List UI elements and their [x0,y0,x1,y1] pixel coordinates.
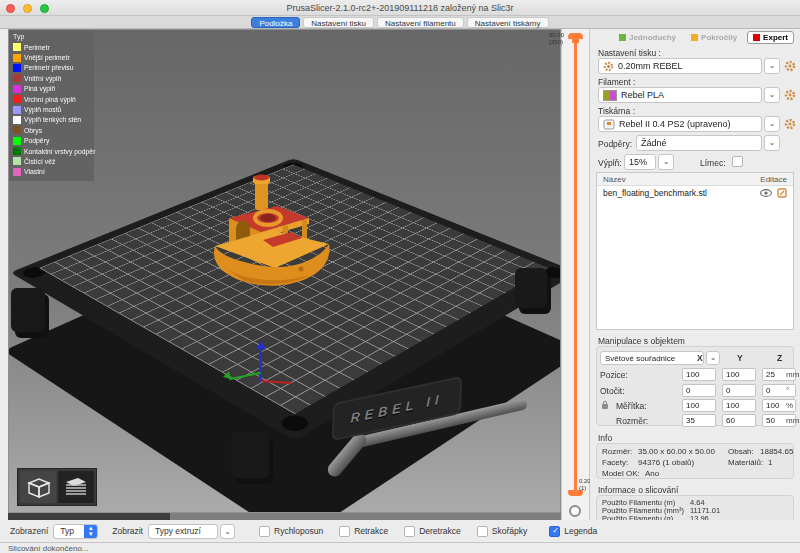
checkbox-retractions[interactable]: Retrakce [339,526,388,537]
view-label: Zobrazení [10,526,48,536]
close-window-icon[interactable] [6,4,15,13]
view-select-value: Typ [54,526,84,536]
layer-slider-track[interactable] [574,41,577,493]
info-volume-label: Obsah: [728,447,754,456]
supports-dropdown-button[interactable]: ⌄ [764,135,780,151]
brim-checkbox[interactable] [732,156,743,167]
rotate-z-input[interactable] [762,384,796,397]
filament-dropdown-button[interactable]: ⌄ [764,87,780,103]
legend-item: Podpěry [13,136,90,146]
legend-item: Vrchní plná výplň [13,94,90,104]
info-manifold-label: Model OK: [602,469,640,478]
object-name: ben_floating_benchmark.stl [603,188,755,198]
checkbox-unretractions[interactable]: Deretrakce [404,526,461,537]
bed-foot-front [231,432,269,478]
layer-slider-upper-handle[interactable] [568,33,583,39]
checkbox-shells[interactable]: Skořápky [477,526,527,537]
supports-value: Žádné [641,138,667,148]
legend-swatch [13,116,21,124]
editor-view-button[interactable] [20,471,56,503]
object-list-header: Název Editace [597,173,793,186]
preview-3d-viewport[interactable]: REBEL II Typ Perimetr V [8,29,561,513]
filament-combo[interactable]: Rebel PLA [598,87,762,103]
legend-title: Typ [13,33,90,40]
scale-y-input[interactable] [722,399,756,412]
show-combo[interactable]: Typy extruzí [148,524,218,539]
simple-mode-icon [619,34,626,41]
printer-combo[interactable]: Rebel II 0.4 PS2 (upraveno) [598,116,762,132]
supports-combo[interactable]: Žádné [636,135,762,151]
info-facets-value: 94376 (1 obalů) [638,458,694,467]
eye-icon[interactable] [760,189,772,197]
print-settings-combo[interactable]: 0.20mm REBEL [598,58,762,74]
gear-icon [784,118,796,130]
mode-expert-button[interactable]: Expert [747,31,794,44]
minimize-window-icon[interactable] [23,4,32,13]
object-row[interactable]: ben_floating_benchmark.stl [597,186,793,200]
advanced-mode-icon [691,34,698,41]
rotate-x-input[interactable] [682,384,716,397]
scale-x-input[interactable] [682,399,716,412]
legend-item: Plná výplň [13,84,90,94]
info-title: Info [598,433,612,443]
benchy-model[interactable] [205,168,341,296]
legend-item: Vnější perimetr [13,52,90,62]
filament-gear-button[interactable] [782,87,797,103]
tab-filament-settings[interactable]: Nastavení filamentu [377,17,464,28]
print-settings-value: 0.20mm REBEL [618,61,683,71]
legend-item: Čistící věž [13,156,90,166]
mode-advanced-button[interactable]: Pokročilý [686,31,742,44]
tab-plater[interactable]: Podložka [251,17,300,28]
editace-icon[interactable] [777,188,787,198]
cube-3d-icon [25,475,51,499]
print-settings-label: Nastavení tisku : [598,48,661,58]
extrusion-legend: Typ Perimetr Vnější perimetr Perimetr př… [9,30,94,181]
infill-combo[interactable]: 15% [624,154,656,170]
scale-unit: % [786,401,793,410]
legend-swatch [13,85,21,93]
mode-simple-button[interactable]: Jednoduchý [614,31,681,44]
printer-dropdown-button[interactable]: ⌄ [764,116,780,132]
shells-checkbox-icon[interactable] [477,526,488,537]
printer-label: Tiskárna : [598,106,635,116]
unretractions-checkbox-icon[interactable] [404,526,415,537]
printer-gear-button[interactable] [782,116,797,132]
z-axis-icon [259,347,262,382]
stepper-icon: ▲▼ [84,524,97,539]
print-settings-dropdown-button[interactable]: ⌄ [764,58,780,74]
coordinates-combo[interactable]: Světové souřadnice [600,351,704,365]
checkbox-legend[interactable]: Legenda [549,526,597,537]
coordinates-dropdown-button[interactable]: ⌄ [706,351,720,365]
infill-dropdown-button[interactable]: ⌄ [658,154,674,170]
horizontal-move-slider[interactable] [8,513,561,520]
size-label: Rozměr: [616,416,648,426]
tab-print-settings[interactable]: Nastavení tisku [303,17,374,28]
legend-item: Výplň mostů [13,104,90,114]
lock-icon[interactable] [601,400,609,410]
rotate-label: Otočit: [600,386,625,396]
size-y-input[interactable] [722,414,756,427]
checkbox-travel[interactable]: Rychloposun [259,526,323,537]
position-x-input[interactable] [682,368,716,381]
zoom-window-icon[interactable] [40,4,49,13]
one-layer-mode-toggle[interactable] [569,505,581,517]
legend-item: Perimetr [13,42,90,52]
horizontal-slider-handle[interactable] [8,513,170,520]
preview-view-button[interactable] [58,471,94,503]
tab-printer-settings[interactable]: Nastavení tiskárny [467,17,549,28]
legend-checkbox-icon[interactable] [549,526,560,537]
travel-checkbox-icon[interactable] [259,526,270,537]
preview-toolbar: Zobrazení Typ ▲▼ Zobrazit Typy extruzí ⌄… [0,520,800,542]
size-x-input[interactable] [682,414,716,427]
window-controls [6,4,49,13]
rotate-y-input[interactable] [722,384,756,397]
info-size-label: Rozměr: [602,447,632,456]
retractions-checkbox-icon[interactable] [339,526,350,537]
position-y-input[interactable] [722,368,756,381]
legend-swatch [13,64,21,72]
print-profile-icon [603,61,614,72]
show-dropdown-button[interactable]: ⌄ [220,524,235,539]
benchy-chimney [255,180,268,210]
print-settings-gear-button[interactable] [782,58,797,74]
view-select[interactable]: Typ ▲▼ [53,524,98,539]
